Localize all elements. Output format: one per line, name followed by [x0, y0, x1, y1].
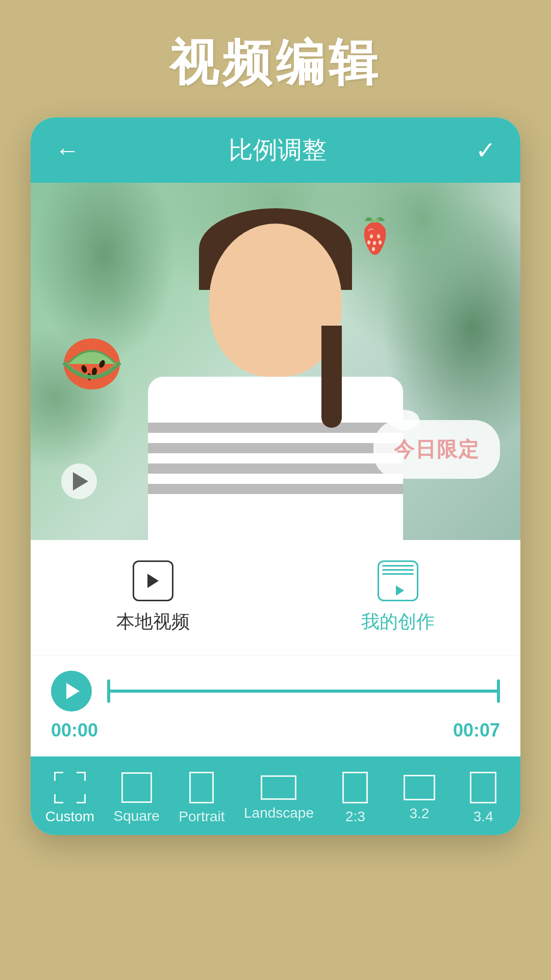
ratio32-frame [404, 775, 435, 800]
header-title: 比例调整 [229, 134, 327, 166]
ratio-custom[interactable]: Custom [37, 767, 103, 835]
ratio34-label: 3.4 [473, 808, 493, 825]
landscape-frame [261, 775, 296, 800]
corner-br [77, 794, 86, 803]
ratio23-label: 2:3 [345, 808, 365, 825]
timeline-handle-left[interactable] [107, 679, 110, 703]
my-creation-tool[interactable]: 我的创作 [361, 560, 435, 634]
ratio-3-2[interactable]: 3.2 [389, 770, 450, 832]
corner-tl [54, 772, 63, 781]
timeline-play-button[interactable] [51, 671, 92, 712]
play-icon [66, 683, 80, 699]
cloud-overlay-text: 今日限定 [373, 420, 500, 479]
ratio-3-4[interactable]: 3.4 [453, 767, 514, 835]
corner-bl [54, 794, 63, 803]
ratio-landscape[interactable]: Landscape [236, 770, 322, 831]
portrait-label: Portrait [179, 808, 224, 825]
header-bar: ← 比例调整 ✓ [31, 117, 520, 183]
local-video-icon [133, 560, 173, 601]
local-video-label: 本地视频 [116, 609, 190, 634]
start-time: 00:00 [51, 720, 98, 741]
my-creation-label: 我的创作 [361, 609, 435, 634]
landscape-label: Landscape [244, 805, 314, 821]
ratio-bar: Custom Square Portrait Landscape 2:3 3.2 [31, 756, 520, 835]
video-preview: 今日限定 [31, 183, 520, 540]
timeline-handle-right[interactable] [497, 679, 500, 703]
ratio-portrait[interactable]: Portrait [170, 767, 233, 835]
timeline-section: 00:00 00:07 [31, 655, 520, 756]
end-time: 00:07 [453, 720, 500, 741]
square-frame [121, 772, 152, 803]
play-icon [73, 472, 88, 491]
video-play-button[interactable] [61, 463, 97, 499]
play-icon [147, 574, 159, 588]
svg-point-5 [370, 234, 373, 238]
svg-point-6 [377, 234, 380, 238]
corner-tr [77, 772, 86, 781]
ratio-square[interactable]: Square [106, 767, 168, 835]
portrait-frame [189, 772, 214, 803]
person-body [148, 377, 403, 540]
square-label: Square [114, 808, 160, 824]
ratio34-frame [470, 772, 496, 803]
timeline-times: 00:00 00:07 [51, 720, 500, 741]
phone-card: ← 比例调整 ✓ [31, 117, 520, 835]
ratio23-frame [342, 772, 368, 803]
ratio-2-3[interactable]: 2:3 [324, 767, 386, 835]
svg-point-7 [373, 241, 376, 245]
sticker-watermelon [61, 326, 122, 392]
timeline-controls [51, 671, 500, 712]
svg-point-10 [372, 247, 375, 251]
timeline-bar[interactable] [107, 690, 500, 693]
tools-section: 本地视频 我的创作 [31, 540, 520, 655]
my-creation-icon [378, 560, 418, 601]
sticker-strawberry [352, 213, 398, 264]
page-title: 视频编辑 [0, 0, 551, 117]
local-video-tool[interactable]: 本地视频 [116, 560, 190, 634]
ratio32-label: 3.2 [409, 805, 429, 822]
person-ponytail [321, 326, 342, 428]
svg-point-8 [367, 240, 370, 244]
svg-point-9 [379, 240, 382, 244]
confirm-button[interactable]: ✓ [475, 136, 496, 164]
custom-icon [54, 772, 86, 803]
custom-label: Custom [45, 808, 94, 825]
back-button[interactable]: ← [55, 136, 80, 164]
